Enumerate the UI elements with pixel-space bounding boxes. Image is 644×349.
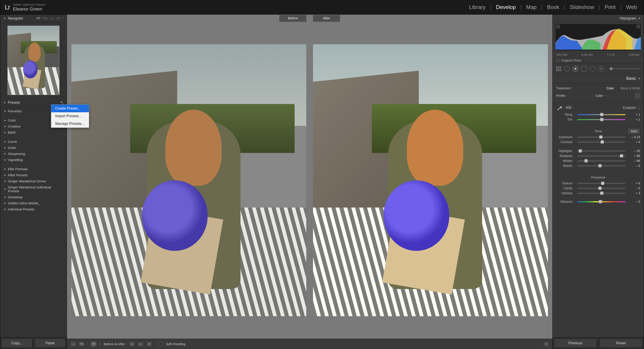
- basic-panel-header[interactable]: Basic ▼: [552, 74, 644, 83]
- before-after-view-icon[interactable]: Y|Y: [90, 341, 97, 347]
- module-library[interactable]: Library: [467, 4, 488, 10]
- module-develop[interactable]: Develop: [494, 4, 518, 10]
- module-book[interactable]: Book: [545, 4, 562, 10]
- dehaze-row[interactable]: Dehaze+ 3: [556, 191, 640, 195]
- clarity-slider[interactable]: [577, 188, 625, 189]
- crop-tool-icon[interactable]: [556, 66, 561, 71]
- reference-view-icon[interactable]: R|A: [78, 341, 85, 347]
- temp-slider-row[interactable]: Temp + 1: [556, 113, 640, 116]
- swap-icon[interactable]: ⇄: [129, 341, 135, 347]
- nav-1to1[interactable]: 1:1: [50, 17, 54, 20]
- copy-after-icon[interactable]: ⇵: [146, 341, 152, 347]
- nav-ratio[interactable]: 1:8: [56, 17, 60, 20]
- auto-tone-button[interactable]: Auto: [628, 128, 640, 134]
- dehaze-value[interactable]: + 3: [628, 191, 640, 195]
- eyedropper-icon[interactable]: [556, 105, 562, 111]
- highlights-row[interactable]: Highlights– 92: [556, 149, 640, 153]
- preset-folder[interactable]: ▶Golden Glow Mobile_: [0, 200, 67, 206]
- preset-folder[interactable]: ▶Giveaway: [0, 194, 67, 200]
- clarity-value[interactable]: – 5: [628, 186, 640, 190]
- texture-value[interactable]: + 6: [628, 182, 640, 185]
- whites-row[interactable]: Whites– 66: [556, 159, 640, 162]
- vibrance-slider[interactable]: [577, 201, 625, 202]
- reset-button[interactable]: Reset: [600, 339, 642, 348]
- preset-folder[interactable]: ▶Ginger Wanderlust Drone: [0, 178, 67, 184]
- paste-settings-button[interactable]: Paste: [35, 339, 65, 348]
- nav-fill[interactable]: FILL: [43, 17, 48, 20]
- soft-proofing-checkbox[interactable]: [159, 342, 162, 346]
- treatment-color[interactable]: Color: [606, 86, 614, 90]
- blacks-row[interactable]: Blacks– 6: [556, 164, 640, 168]
- tint-slider-row[interactable]: Tint + 1: [556, 118, 640, 121]
- tint-value[interactable]: + 1: [628, 118, 640, 121]
- highlights-slider[interactable]: [577, 150, 625, 152]
- clarity-row[interactable]: Clarity– 5: [556, 186, 640, 190]
- basic-panel-body[interactable]: Treatment : Color Black & White Profile …: [552, 83, 644, 337]
- highlights-value[interactable]: – 92: [628, 149, 640, 153]
- toolbar-chevron-icon[interactable]: ▾: [543, 341, 549, 347]
- shadows-slider[interactable]: [577, 156, 625, 156]
- spot-removal-icon[interactable]: [564, 66, 570, 72]
- module-map[interactable]: Map: [524, 4, 539, 10]
- disclosure-triangle-icon[interactable]: ▼: [638, 77, 641, 80]
- preset-folder[interactable]: ▶Individual Presets: [0, 206, 67, 212]
- temp-slider[interactable]: [577, 114, 625, 115]
- module-web[interactable]: Web: [624, 4, 639, 10]
- contrast-slider[interactable]: [577, 142, 625, 142]
- after-image[interactable]: [313, 44, 548, 316]
- preset-folder[interactable]: ▶Filter Presets: [0, 172, 67, 178]
- preset-folder[interactable]: ▶Sharpening: [0, 151, 67, 157]
- texture-slider[interactable]: [577, 183, 625, 184]
- contrast-value[interactable]: + 4: [628, 140, 640, 144]
- red-eye-icon[interactable]: [573, 66, 578, 72]
- menu-manage-presets[interactable]: Manage Presets...: [51, 120, 89, 128]
- exposure-slider[interactable]: [577, 136, 625, 138]
- menu-create-preset[interactable]: Create Preset...: [51, 105, 89, 112]
- exposure-value[interactable]: – 0.15: [628, 135, 640, 139]
- profile-dropdown[interactable]: Color⌃⌄: [596, 94, 609, 98]
- chevron-down-icon[interactable]: ▾: [87, 343, 88, 345]
- temp-value[interactable]: + 1: [628, 113, 640, 116]
- module-slideshow[interactable]: Slideshow: [568, 4, 596, 10]
- original-photo-checkbox[interactable]: [557, 59, 560, 62]
- navigator-header[interactable]: ▼ Navigator FIT FILL 1:1 1:8 ▾: [0, 14, 67, 22]
- blacks-value[interactable]: – 6: [628, 164, 640, 168]
- preset-folder[interactable]: ▶B&W: [0, 129, 67, 136]
- preset-folder[interactable]: ▶Curve: [0, 138, 67, 145]
- menu-import-presets[interactable]: Import Presets...: [51, 112, 89, 120]
- navigator-zoom-options[interactable]: FIT FILL 1:1 1:8 ▾: [36, 17, 64, 20]
- preset-folder[interactable]: ▶Grain: [0, 145, 67, 151]
- preset-folder[interactable]: ▶Vignetting: [0, 157, 67, 163]
- whites-value[interactable]: – 66: [628, 159, 640, 162]
- disclosure-triangle-icon[interactable]: ▼: [3, 17, 6, 20]
- shadows-row[interactable]: Shadows+ 85: [556, 154, 640, 158]
- vibrance-value[interactable]: – 3: [628, 200, 640, 204]
- before-image[interactable]: [72, 44, 306, 316]
- profile-browser-icon[interactable]: [635, 93, 640, 98]
- exposure-row[interactable]: Exposure– 0.15: [556, 135, 640, 139]
- previous-button[interactable]: Previous: [554, 339, 597, 348]
- image-viewer[interactable]: [67, 22, 552, 339]
- graduated-filter-icon[interactable]: [581, 66, 587, 72]
- module-print[interactable]: Print: [602, 4, 618, 10]
- adjustment-brush-icon[interactable]: [598, 66, 604, 72]
- shadows-value[interactable]: + 85: [628, 154, 640, 158]
- presets-header[interactable]: ▼ Presets +• Create Preset... Import Pre…: [0, 98, 67, 107]
- contrast-row[interactable]: Contrast+ 4: [556, 140, 640, 144]
- blacks-slider[interactable]: [577, 165, 625, 166]
- dehaze-slider[interactable]: [577, 193, 625, 194]
- tint-slider[interactable]: [577, 119, 625, 120]
- treatment-bw[interactable]: Black & White: [621, 86, 640, 90]
- preset-folder[interactable]: ▶Ginger Wanderlust Individual Presets: [0, 184, 67, 194]
- preset-folder[interactable]: ▶Ellie Portraits: [0, 166, 67, 172]
- chevron-down-icon[interactable]: ▾: [99, 343, 100, 345]
- disclosure-triangle-icon[interactable]: ▼: [3, 101, 6, 104]
- loupe-view-icon[interactable]: ▭: [70, 341, 76, 347]
- navigator-thumbnail[interactable]: [0, 22, 67, 98]
- preset-list[interactable]: ▶Favorites▶Color▶Creative▶B&W▶Curve▶Grai…: [0, 107, 67, 337]
- original-photo-row[interactable]: Original Photo: [552, 57, 644, 64]
- wb-dropdown[interactable]: Custom⌃⌄: [623, 106, 640, 110]
- profile-row[interactable]: Profile : Color⌃⌄: [556, 93, 640, 98]
- radial-filter-icon[interactable]: [590, 66, 595, 72]
- histogram-display[interactable]: [555, 24, 641, 51]
